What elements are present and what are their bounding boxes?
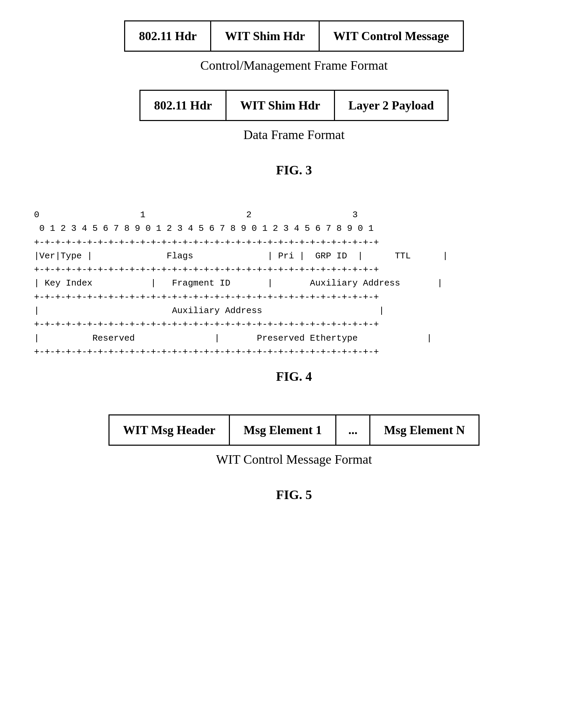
frame-cell-80211-hdr-2: 802.11 Hdr (140, 91, 226, 120)
fig4-section: 0 1 2 3 0 1 2 3 4 5 6 7 8 9 0 1 2 3 4 5 … (27, 208, 561, 401)
msg-element-1-cell: Msg Element 1 (230, 415, 336, 445)
wit-msg-header-cell: WIT Msg Header (110, 415, 230, 445)
wit-control-frame-diagram: WIT Msg Header Msg Element 1 ... Msg Ele… (108, 414, 480, 446)
fig3-section: 802.11 Hdr WIT Shim Hdr WIT Control Mess… (27, 20, 561, 194)
frame-cell-wit-shim-hdr-1: WIT Shim Hdr (211, 21, 319, 51)
bit-diagram: 0 1 2 3 0 1 2 3 4 5 6 7 8 9 0 1 2 3 4 5 … (27, 208, 561, 359)
wit-control-msg-format-label: WIT Control Message Format (216, 452, 372, 467)
frame-cell-80211-hdr-1: 802.11 Hdr (125, 21, 211, 51)
frame-cell-wit-shim-hdr-2: WIT Shim Hdr (226, 91, 335, 120)
data-frame-label: Data Frame Format (243, 127, 345, 142)
bit-diagram-pre: 0 1 2 3 0 1 2 3 4 5 6 7 8 9 0 1 2 3 4 5 … (34, 208, 554, 359)
data-frame-diagram: 802.11 Hdr WIT Shim Hdr Layer 2 Payload (139, 90, 449, 121)
msg-element-n-cell: Msg Element N (370, 415, 478, 445)
control-frame-label: Control/Management Frame Format (200, 58, 388, 73)
fig5-label: FIG. 5 (276, 487, 312, 502)
frame-cell-wit-control-msg: WIT Control Message (320, 21, 463, 51)
control-frame-diagram: 802.11 Hdr WIT Shim Hdr WIT Control Mess… (124, 20, 464, 52)
frame-cell-layer2-payload: Layer 2 Payload (335, 91, 448, 120)
fig4-label: FIG. 4 (276, 369, 312, 384)
fig5-section: WIT Msg Header Msg Element 1 ... Msg Ele… (27, 414, 561, 519)
fig3-label: FIG. 3 (276, 163, 312, 177)
ellipsis-cell: ... (336, 415, 370, 445)
